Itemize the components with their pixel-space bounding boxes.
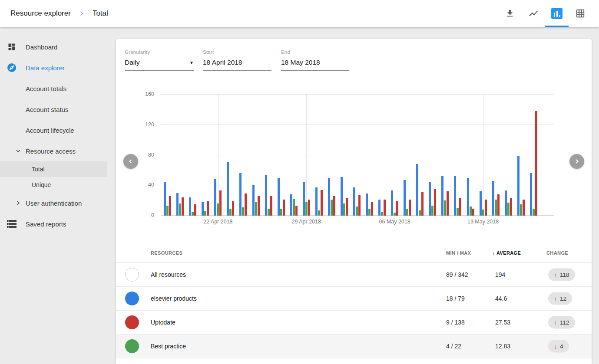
breadcrumb-total: Total [93, 9, 108, 18]
y-axis-tick-label: 160 [145, 91, 154, 97]
chart-bar [391, 190, 393, 216]
header-change[interactable]: CHANGE [546, 250, 568, 256]
chart-bar [353, 187, 355, 216]
change-badge: ↓4 [548, 340, 569, 353]
download-icon[interactable] [498, 0, 522, 27]
chart-bar [176, 193, 179, 216]
average-value: 27.53 [495, 319, 510, 326]
chart-bar [192, 212, 194, 216]
y-axis-tick-label: 0 [151, 212, 154, 218]
chart-bar [270, 196, 272, 216]
header-resources[interactable]: RESOURCES [151, 250, 182, 256]
change-down-icon: ↓ [554, 343, 557, 350]
chart-bar [315, 187, 318, 216]
chart-bar [227, 162, 229, 216]
header-average[interactable]: ↓ AVERAGE [492, 249, 521, 256]
sidebar-item-account-totals[interactable]: Account totals [0, 78, 107, 99]
chart-bar [169, 196, 171, 216]
sidebar-item-label: Account totals [26, 85, 66, 92]
chart-bar [303, 182, 305, 216]
sidebar-item-resource-access[interactable]: Resource access [0, 141, 107, 161]
average-value: 194 [495, 271, 505, 278]
sidebar-item-account-status[interactable]: Account status [0, 99, 107, 120]
table-row[interactable]: All resources89 / 342194↑118 [116, 263, 592, 287]
sidebar-item-data-explorer[interactable]: Data explorer [0, 57, 107, 78]
chart-bar [280, 209, 282, 216]
chart-bar [182, 197, 184, 216]
scroll-right-button[interactable] [569, 154, 584, 169]
chart-bar [505, 190, 507, 216]
chart-bar [343, 203, 345, 216]
chevron-down-icon [16, 148, 22, 154]
sidebar-item-total[interactable]: Total [0, 161, 107, 177]
sidebar-item-unique[interactable]: Unique [0, 177, 107, 193]
chart-bar [416, 164, 418, 216]
bar-chart-icon[interactable] [545, 0, 569, 27]
chart-bar [207, 201, 209, 216]
change-up-icon: ↑ [554, 319, 557, 326]
chart-bar [520, 204, 522, 216]
sidebar-item-dashboard[interactable]: Dashboard [0, 36, 107, 57]
chart-bar [381, 212, 383, 216]
table-header: RESOURCES MIN / MAX ↓ AVERAGE CHANGE [116, 243, 592, 263]
change-value: 118 [560, 272, 569, 278]
chart-bar [179, 203, 181, 216]
grid-icon[interactable] [569, 0, 592, 27]
view-switcher [498, 0, 599, 27]
table-row[interactable]: Uptodate9 / 13827.53↑112 [116, 311, 592, 334]
gridline-vertical [306, 95, 307, 216]
sidebar-item-user-authentication[interactable]: User authentication [0, 193, 107, 213]
gridline-vertical [218, 95, 218, 216]
y-axis-tick-label: 120 [145, 121, 154, 128]
chart-bar [232, 201, 234, 216]
breadcrumb-resource-explorer[interactable]: Resource explorer [10, 9, 71, 18]
chart-bar [308, 200, 310, 216]
table-row[interactable]: elsevier products18 / 7944.6↑12 [116, 287, 592, 311]
breadcrumb: Resource explorer Total [0, 9, 108, 18]
gridline-horizontal [161, 94, 554, 95]
chart-bar [252, 185, 255, 216]
chart-bar [204, 211, 206, 216]
chart-bar [293, 199, 295, 216]
chart-bar [404, 180, 406, 216]
chart-bar [214, 179, 216, 216]
sidebar-item-label: User authentication [26, 200, 82, 207]
chart-bar [219, 190, 222, 216]
chart-bar [229, 209, 232, 216]
chart-bar [421, 192, 424, 216]
chart-bar [265, 175, 267, 216]
chart-bar [164, 182, 166, 216]
sidebar-item-label: Saved reports [26, 220, 66, 228]
chart-bar [166, 206, 169, 216]
chart-bar [368, 209, 371, 216]
sidebar-item-label: Account lifecycle [26, 127, 74, 134]
chart-bar [318, 210, 320, 216]
change-up-icon: ↑ [554, 271, 557, 278]
series-color-dot [125, 315, 139, 329]
sidebar-item-account-lifecycle[interactable]: Account lifecycle [0, 120, 107, 141]
change-badge: ↑118 [548, 269, 575, 281]
chart-bar [470, 207, 472, 216]
gridline-vertical [483, 95, 483, 216]
table-row[interactable]: Best practice4 / 2212.83↓4 [116, 334, 592, 358]
table-body: All resources89 / 342194↑118elsevier pro… [116, 263, 592, 358]
chart-bar [533, 209, 535, 216]
chart-bar [242, 207, 244, 216]
min-max-value: 9 / 138 [446, 319, 465, 326]
header-min-max[interactable]: MIN / MAX [446, 250, 471, 256]
report-card: Granularity Daily ▼ Start 18 April 2018 … [116, 39, 592, 364]
chart-bar [283, 200, 285, 216]
chart-bar [431, 206, 434, 216]
chart-bar [480, 191, 482, 216]
chart-bar [378, 200, 381, 216]
line-chart-icon[interactable] [522, 0, 545, 27]
sidebar-item-saved-reports[interactable]: Saved reports [0, 213, 107, 234]
scroll-left-button[interactable] [123, 154, 138, 169]
chart-bar [290, 194, 292, 216]
chart-bar [409, 200, 411, 216]
chart-bar [358, 195, 361, 216]
saved-reports-icon [7, 220, 17, 228]
chart-bar [217, 203, 219, 216]
chart-bar [245, 193, 247, 216]
change-badge: ↑12 [548, 292, 572, 305]
